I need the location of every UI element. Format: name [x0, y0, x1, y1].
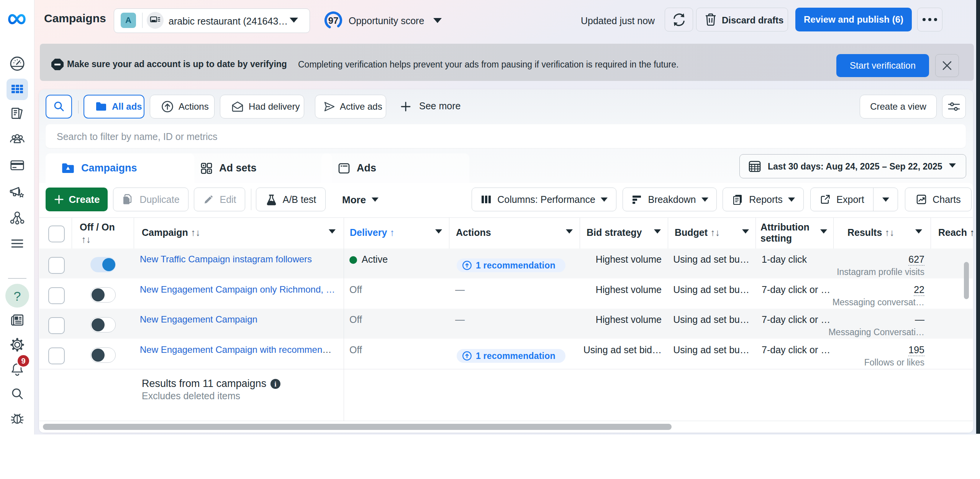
svg-text:97: 97	[328, 15, 339, 26]
